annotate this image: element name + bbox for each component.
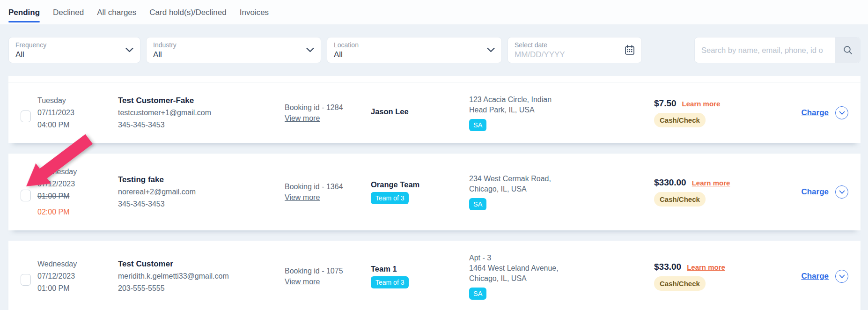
customer-email: norereal+2@gmail.com <box>118 186 285 198</box>
view-more-link[interactable]: View more <box>285 278 320 286</box>
chevron-down-icon <box>487 48 495 53</box>
service-area-badge: SA <box>469 198 486 210</box>
row-checkbox[interactable] <box>21 274 31 286</box>
search-button[interactable] <box>835 37 860 63</box>
address-line: Head Park, IL, USA <box>469 105 560 115</box>
customer-name: Test Customer-Fake <box>118 95 285 107</box>
charge-amount: $330.00 <box>654 177 686 188</box>
learn-more-link[interactable]: Learn more <box>682 100 721 108</box>
location-filter[interactable]: Location All <box>327 37 502 63</box>
location-filter-label: Location <box>334 41 495 49</box>
schedule-day: Wednesday <box>37 258 118 270</box>
pending-charges-list: Tuesday 07/11/2023 04:00 PM Test Custome… <box>8 76 861 310</box>
team-size-badge: Team of 3 <box>371 276 409 288</box>
address-line: 123 Acacia Circle, Indian <box>469 95 560 105</box>
search-icon <box>843 45 853 55</box>
charge-link[interactable]: Charge <box>801 108 829 118</box>
search-input[interactable] <box>695 37 835 63</box>
learn-more-link[interactable]: Learn more <box>692 179 730 187</box>
address-line: Apt - 3 <box>469 253 560 263</box>
address: 123 Acacia Circle, IndianHead Park, IL, … <box>469 95 560 115</box>
address: Apt - 31464 West Leland Avenue,Chicago, … <box>469 253 560 284</box>
schedule-date: 07/12/2023 <box>37 178 118 190</box>
date-filter[interactable]: Select date MM/DD/YYYY <box>508 37 642 63</box>
address-line: Chicago, IL, USA <box>469 273 560 284</box>
charge-options-button[interactable] <box>835 106 848 119</box>
date-filter-placeholder: MM/DD/YYYY <box>515 50 635 59</box>
frequency-filter[interactable]: Frequency All <box>8 37 140 63</box>
customer-phone: 345-345-3453 <box>118 198 285 210</box>
booking-id: Booking id - 1075 <box>285 267 371 275</box>
customer-phone: 203-555-5555 <box>118 282 285 295</box>
chevron-down-icon <box>839 274 845 279</box>
charge-amount: $7.50 <box>654 98 677 109</box>
location-filter-value: All <box>334 50 495 59</box>
booking-id: Booking id - 1364 <box>285 183 371 191</box>
team-size-badge: Team of 3 <box>371 192 409 204</box>
charge-link[interactable]: Charge <box>801 272 829 281</box>
frequency-filter-value: All <box>15 50 133 59</box>
tab-all-charges[interactable]: All charges <box>97 1 136 23</box>
chevron-down-icon <box>125 48 133 53</box>
schedule-time: 01:00 PM <box>37 190 118 202</box>
charge-row: Tuesday 07/11/2023 04:00 PM Test Custome… <box>8 82 861 143</box>
view-more-link[interactable]: View more <box>285 193 320 201</box>
calendar-icon <box>624 44 636 56</box>
payment-method-badge: Cash/Check <box>654 192 706 207</box>
tab-pending[interactable]: Pending <box>8 1 40 23</box>
frequency-filter-label: Frequency <box>15 41 133 49</box>
tab-card-hold-s-declined[interactable]: Card hold(s)/Declined <box>149 1 226 23</box>
customer-email: testcustomer+1@gmail.com <box>118 107 285 119</box>
payment-method-badge: Cash/Check <box>654 113 706 127</box>
customer-name: Test Customer <box>118 258 285 270</box>
tab-bar: PendingDeclinedAll chargesCard hold(s)/D… <box>0 0 868 24</box>
chevron-down-icon <box>839 111 845 115</box>
charge-link[interactable]: Charge <box>801 187 829 197</box>
schedule-day: Tuesday <box>37 95 118 107</box>
address-line: 234 West Cermak Road, <box>469 174 560 184</box>
team-name: Orange Team <box>371 180 469 189</box>
tab-invoices[interactable]: Invoices <box>240 1 269 23</box>
charge-amount: $33.00 <box>654 262 681 272</box>
team-name: Team 1 <box>371 265 469 273</box>
chevron-down-icon <box>839 190 845 194</box>
list-top-divider <box>8 76 861 82</box>
service-area-badge: SA <box>469 288 486 300</box>
schedule-day: Wednesday <box>37 166 118 178</box>
charge-row: Wednesday 07/12/2023 01:00 PM Test Custo… <box>8 241 861 310</box>
industry-filter-value: All <box>153 50 314 59</box>
charge-options-button[interactable] <box>835 185 848 199</box>
charge-row: Wednesday 07/12/2023 01:00 PM 02:00 PM T… <box>8 154 861 230</box>
schedule-time: 01:00 PM <box>37 282 118 295</box>
schedule-date: 07/12/2023 <box>37 270 118 282</box>
row-divider <box>8 143 861 154</box>
schedule-new-time: 02:00 PM <box>37 206 118 218</box>
service-area-badge: SA <box>469 119 486 131</box>
customer-phone: 345-345-3453 <box>118 119 285 131</box>
date-filter-label: Select date <box>515 41 635 49</box>
customer-name: Testing fake <box>118 174 285 186</box>
chevron-down-icon <box>306 48 314 53</box>
charge-options-button[interactable] <box>835 270 848 283</box>
address-line: Chicago, IL, USA <box>469 184 560 194</box>
tab-declined[interactable]: Declined <box>53 1 84 23</box>
customer-email: meridith.k.gelmetti33@gmail.com <box>118 270 285 282</box>
industry-filter[interactable]: Industry All <box>146 37 321 63</box>
industry-filter-label: Industry <box>153 41 314 49</box>
learn-more-link[interactable]: Learn more <box>687 263 725 271</box>
search-box <box>694 37 861 63</box>
schedule-date: 07/11/2023 <box>37 107 118 119</box>
address-line: 1464 West Leland Avenue, <box>469 263 560 273</box>
team-name: Jason Lee <box>371 107 469 116</box>
row-checkbox[interactable] <box>21 190 31 201</box>
schedule-time: 04:00 PM <box>37 119 118 131</box>
view-more-link[interactable]: View more <box>285 114 320 122</box>
payment-method-badge: Cash/Check <box>654 276 706 291</box>
filter-bar: Frequency All Industry All Location All … <box>0 24 868 76</box>
row-divider <box>8 230 861 241</box>
booking-id: Booking id - 1284 <box>285 103 371 112</box>
row-checkbox[interactable] <box>21 111 31 122</box>
address: 234 West Cermak Road,Chicago, IL, USA <box>469 174 560 194</box>
